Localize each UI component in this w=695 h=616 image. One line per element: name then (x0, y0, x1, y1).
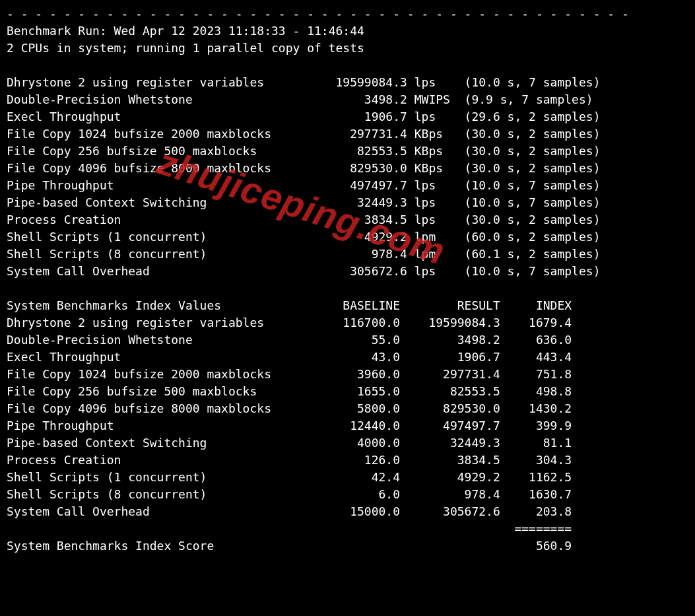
separator-line: - - - - - - - - - - - - - - - - - - - - … (7, 7, 629, 20)
cpu-info-line: 2 CPUs in system; running 1 parallel cop… (7, 41, 364, 55)
index-block: Dhrystone 2 using register variables 116… (7, 316, 572, 518)
index-score-line: System Benchmarks Index Score 560.9 (7, 539, 572, 553)
index-divider-line: ======== (7, 522, 572, 535)
benchmark-run-line: Benchmark Run: Wed Apr 12 2023 11:18:33 … (7, 24, 364, 38)
index-header-line: System Benchmarks Index Values BASELINE … (7, 298, 572, 312)
terminal-output: - - - - - - - - - - - - - - - - - - - - … (0, 0, 695, 560)
tests-block: Dhrystone 2 using register variables 195… (7, 75, 600, 278)
